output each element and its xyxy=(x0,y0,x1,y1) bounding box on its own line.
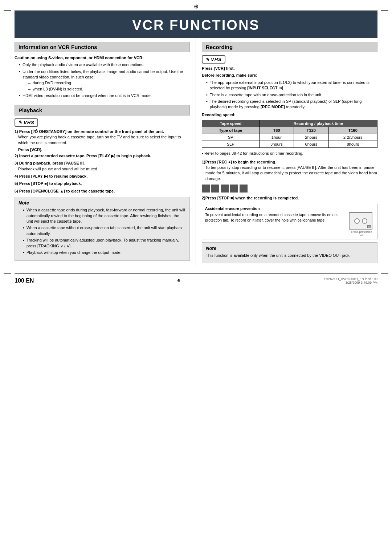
erasure-content: erase-protection tab To prevent accident… xyxy=(205,212,374,237)
cassette-icon xyxy=(349,212,372,230)
bottom-area: 100 EN ⊕ E9PKAUD_DVR620KU_EN.indd 100 3/… xyxy=(15,274,377,287)
before-recording-title: Before recording, make sure: xyxy=(202,73,377,78)
cassette-reel-right xyxy=(362,218,367,224)
recording-step-2: 2)Press [STOP ■] when the recording is c… xyxy=(202,195,377,201)
page: ⊕ VCR FUNCTIONS Information on VCR Funct… xyxy=(0,0,392,555)
table-row-sp: SP 1hour 2hours 2-2/3hours xyxy=(202,134,377,141)
note-title-left: Note xyxy=(19,200,186,206)
sp-t60: 1hour xyxy=(259,134,294,141)
caution-sub-bullets: during DVD recording. when L3 (DV-IN) is… xyxy=(28,80,190,92)
caution-bullet-1: Only the playback audio / video are avai… xyxy=(19,62,190,68)
main-content: Information on VCR Functions Caution on … xyxy=(15,38,377,266)
step-1-body: When you are playing back a cassette tap… xyxy=(18,134,190,146)
before-bullet-1: The appropriate external input position … xyxy=(206,80,377,91)
caution-block: Caution on using S-video, component, or … xyxy=(15,55,190,99)
slp-t60: 3hours xyxy=(259,141,294,148)
top-compass: ⊕ xyxy=(0,0,392,11)
note-bullet-4: Playback will stop when you change the o… xyxy=(23,250,186,255)
divider-1 xyxy=(15,102,190,102)
slp-t160: 8hours xyxy=(328,141,377,148)
caution-bullet-2: Under the conditions listed below, the p… xyxy=(19,69,190,92)
caution-bullets: Only the playback audio / video are avai… xyxy=(19,62,190,98)
tape-sq-3 xyxy=(221,185,229,193)
title-banner: VCR FUNCTIONS xyxy=(15,11,377,38)
vhs-logo-right: VHS xyxy=(202,55,225,64)
note-box-right: Note This function is available only whe… xyxy=(202,242,377,263)
bottom-file-info: E9PKAUD_DVR620KU_EN.indd 100 3/25/2009 3… xyxy=(324,277,377,284)
sp-label: SP xyxy=(202,134,260,141)
page-title: VCR FUNCTIONS xyxy=(15,17,377,33)
before-bullet-3: The desired recording speed is selected … xyxy=(206,99,377,110)
erase-tab-icon xyxy=(367,225,371,228)
table-header-tape-speed: Tape speed xyxy=(202,120,260,127)
playback-step-3: 3) During playback, press [PAUSE⏸]. Play… xyxy=(15,161,190,172)
sp-t120: 2hours xyxy=(294,134,329,141)
caution-bullet-3: HDMI video resolution cannot be changed … xyxy=(19,93,190,98)
vcr-functions-header: Information on VCR Functions xyxy=(15,42,190,52)
note-text-right: This function is available only when the… xyxy=(206,253,373,258)
table-header-time: Recording / playback time xyxy=(259,120,377,127)
step-4-num: 4) xyxy=(15,174,18,178)
before-bullet-2: There is a cassette tape with an erase-p… xyxy=(206,92,377,98)
note-bullets-left: When a cassette tape ends during playbac… xyxy=(23,207,186,255)
table-row-slp: SLP 3hours 6hours 8hours xyxy=(202,141,377,148)
sp-t160: 2-2/3hours xyxy=(328,134,377,141)
note-title-right: Note xyxy=(206,246,373,251)
tape-sq-1 xyxy=(202,185,210,193)
accidental-erasure-box: Accidental erasure prevention erase-prot… xyxy=(202,204,377,239)
before-recording-bullets: The appropriate external input position … xyxy=(206,80,377,110)
erasure-diagram: erase-protection tab xyxy=(349,212,374,237)
step-5-num: 5) xyxy=(15,181,18,186)
left-column: Information on VCR Functions Caution on … xyxy=(15,38,196,266)
file-name: E9PKAUD_DVR620KU_EN.indd 100 xyxy=(324,277,377,281)
step-5-label: Press [STOP ■] to stop playback. xyxy=(19,181,82,186)
compass-icon: ⊕ xyxy=(194,3,199,9)
caution-sub-bullet-2: when L3 (DV-IN) is selected. xyxy=(28,86,190,92)
step-3-label: During playback, press [PAUSE⏸]. xyxy=(19,161,86,165)
slp-t120: 6hours xyxy=(294,141,329,148)
note-bullet-3: Tracking will be automatically adjusted … xyxy=(23,238,186,249)
margin-mark-left-bottom xyxy=(4,273,11,274)
vhs-logo-left: VHS xyxy=(15,118,38,127)
rec-step-2-label: 2)Press [STOP ■] when the recording is c… xyxy=(202,196,299,200)
step-2-label: Insert a prerecorded cassette tape. Pres… xyxy=(19,154,151,158)
table-subheader-t60: T60 xyxy=(259,127,294,134)
file-date: 3/25/2009 3:49:09 PM xyxy=(345,281,377,284)
step-1-text: Press [I/Ó ON/STANDBY] on the remote con… xyxy=(19,129,164,134)
page-number: 100 EN xyxy=(15,278,34,284)
press-vcr-label: Press [VCR]. xyxy=(18,147,190,152)
recording-speed-title: Recording speed: xyxy=(202,112,377,118)
playback-step-5: 5) Press [STOP ■] to stop playback. xyxy=(15,181,190,186)
tape-sq-2 xyxy=(211,185,219,193)
bottom-compass: ⊕ xyxy=(177,278,180,283)
step-6-label: Press [OPEN/CLOSE ▲] to eject the casset… xyxy=(19,189,115,193)
rec-step-1-body: To temporarily stop recording or to resu… xyxy=(205,165,377,182)
note-bullet-1: When a cassette tape ends during playbac… xyxy=(23,207,186,224)
recording-step-1: 1)Press [REC ●] to begin the recording. … xyxy=(202,159,377,182)
table-subheader-t120: T120 xyxy=(294,127,329,134)
playback-header: Playback xyxy=(15,105,190,116)
erasure-title: Accidental erasure prevention xyxy=(205,206,374,211)
caution-title: Caution on using S-video, component, or … xyxy=(15,55,190,61)
playback-step-4: 4) Press [PLAY ▶] to resume playback. xyxy=(15,174,190,179)
note-box-left: Note When a cassette tape ends during pl… xyxy=(15,197,190,261)
cassette-reel-left xyxy=(354,218,360,224)
recording-header: Recording xyxy=(202,42,377,52)
table-subheader-type: Type of tape xyxy=(202,127,260,134)
playback-step-2: 2) Insert a prerecorded cassette tape. P… xyxy=(15,153,190,159)
tape-squares xyxy=(202,185,377,193)
tape-sq-5 xyxy=(240,185,248,193)
tape-sq-4 xyxy=(230,185,238,193)
erasure-label: erase-protection tab xyxy=(349,230,374,237)
note-bullet-2: When a cassette tape without erase-prote… xyxy=(23,225,186,236)
step-6-num: 6) xyxy=(15,189,18,193)
margin-mark-right-bottom xyxy=(381,273,388,274)
rec-step-1-label: 1)Press [REC ●] to begin the recording. xyxy=(202,160,276,164)
step-1-label: 1) xyxy=(15,129,18,134)
refer-text: • Refer to pages 39-42 for instructions … xyxy=(202,151,377,156)
step-4-label: Press [PLAY ▶] to resume playback. xyxy=(19,174,87,178)
margin-mark-right-top xyxy=(381,10,388,11)
right-column: Recording VHS Press [VCR] first. Before … xyxy=(196,38,377,266)
step-3-body: Playback will pause and sound will be mu… xyxy=(18,166,190,172)
recording-speed-table: Tape speed Recording / playback time Typ… xyxy=(202,120,377,148)
